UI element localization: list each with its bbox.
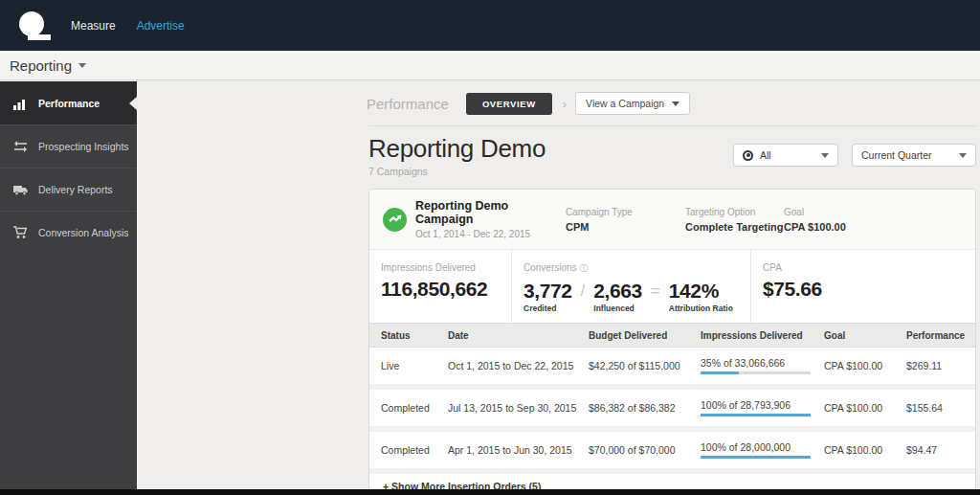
- equals-sign: =: [651, 281, 660, 301]
- meta-value: Complete Targeting: [685, 221, 784, 233]
- filter-controls: All Current Quarter: [733, 144, 976, 177]
- influenced-value: 2,663: [593, 280, 642, 303]
- breadcrumb-section-label: Performance: [367, 96, 449, 112]
- info-icon[interactable]: ⓘ: [580, 263, 589, 273]
- goal-meta: Goal CPA $100.00: [784, 207, 975, 233]
- bar-chart-icon: [13, 97, 28, 110]
- meta-label: Campaign Type: [566, 207, 685, 217]
- top-navigation-bar: Measure Advertise: [0, 0, 980, 51]
- scope-filter-dropdown[interactable]: All: [733, 144, 838, 167]
- table-row[interactable]: Live Oct 1, 2015 to Dec 22, 2015 $42,250…: [369, 348, 975, 384]
- table-row[interactable]: Completed Jul 13, 2015 to Sep 30, 2015 $…: [369, 390, 975, 426]
- truck-icon: [13, 183, 28, 196]
- cpa-stat: CPA $75.66: [751, 250, 975, 323]
- divider-slash: /: [581, 281, 586, 301]
- performance-cell: $155.64: [906, 402, 975, 414]
- stat-label: Conversionsⓘ: [523, 262, 750, 275]
- table-row[interactable]: Completed Apr 1, 2015 to Jun 30, 2015 $7…: [369, 432, 975, 468]
- meta-value: CPA $100.00: [784, 221, 975, 233]
- overview-button[interactable]: OVERVIEW: [466, 93, 552, 115]
- date-range-dropdown[interactable]: Current Quarter: [852, 144, 976, 167]
- column-header: Performance: [906, 330, 975, 341]
- credited-value: 3,772: [523, 280, 572, 303]
- logo-tail: [28, 34, 51, 40]
- status-cell: Completed: [381, 402, 448, 414]
- sidebar-item-prospecting-insights[interactable]: Prospecting Insights: [0, 124, 137, 168]
- conversions-stat: Conversionsⓘ 3,772 Credited / 2,663 Infl…: [511, 250, 751, 323]
- app-window: Measure Advertise Reporting Performance …: [0, 0, 980, 495]
- date-range-value: Current Quarter: [861, 149, 959, 161]
- column-header: Status: [381, 330, 448, 341]
- impressions-cell: 100% of 28,793,906: [701, 399, 824, 416]
- logo-bubble: [19, 11, 44, 36]
- influenced-label: Influenced: [593, 304, 642, 313]
- performance-cell: $94.47: [906, 444, 975, 456]
- nav-measure[interactable]: Measure: [71, 19, 116, 33]
- campaign-card: Reporting Demo Campaign Oct 1, 2014 - De…: [368, 189, 976, 495]
- target-icon: [743, 150, 753, 161]
- shopping-cart-icon: [13, 226, 28, 239]
- sidebar-item-label: Conversion Analysis: [38, 227, 129, 238]
- sidebar-item-label: Delivery Reports: [38, 184, 113, 195]
- breadcrumb-separator-icon: ›: [563, 97, 567, 111]
- caret-down-icon: [672, 101, 679, 106]
- reporting-dropdown[interactable]: Reporting: [10, 57, 72, 74]
- caret-down-icon: [959, 153, 967, 158]
- date-cell: Apr 1, 2015 to Jun 30, 2015: [448, 444, 589, 456]
- campaign-card-header: Reporting Demo Campaign Oct 1, 2014 - De…: [369, 190, 975, 250]
- campaign-date-range: Oct 1, 2014 - Dec 22, 2015: [415, 229, 566, 239]
- caret-down-icon: [78, 63, 86, 68]
- content-area: Performance OVERVIEW › View a Campaign R…: [137, 81, 980, 495]
- campaign-type-meta: Campaign Type CPM: [566, 207, 685, 233]
- sidebar-item-delivery-reports[interactable]: Delivery Reports: [0, 168, 137, 211]
- page-subtitle: 7 Campaigns: [368, 166, 546, 177]
- meta-label: Goal: [784, 207, 975, 217]
- meta-value: CPM: [566, 221, 685, 233]
- window-bottom-edge: [0, 489, 980, 495]
- scope-filter-value: All: [760, 149, 821, 161]
- date-cell: Oct 1, 2015 to Dec 22, 2015: [448, 360, 589, 371]
- view-campaign-dropdown[interactable]: View a Campaign: [575, 92, 690, 115]
- goal-cell: CPA $100.00: [824, 402, 906, 414]
- product-nav: Measure Advertise: [71, 19, 185, 33]
- breadcrumb: Performance OVERVIEW › View a Campaign: [368, 92, 976, 115]
- progress-text: 100% of 28,000,000: [701, 441, 791, 453]
- progress-bar: [701, 371, 811, 374]
- impressions-stat: Impressions Delivered 116,850,662: [369, 250, 511, 323]
- summary-stats-row: Impressions Delivered 116,850,662 Conver…: [369, 250, 975, 323]
- view-campaign-label: View a Campaign: [586, 98, 664, 109]
- column-header: Date: [448, 330, 589, 341]
- budget-cell: $42,250 of $115,000: [589, 360, 701, 371]
- goal-cell: CPA $100.00: [824, 360, 906, 371]
- impressions-cell: 35% of 33,066,666: [701, 357, 824, 374]
- nav-advertise[interactable]: Advertise: [137, 19, 185, 33]
- progress-bar: [701, 414, 811, 416]
- quantcast-logo[interactable]: [19, 11, 54, 40]
- cpa-value: $75.66: [763, 278, 975, 301]
- meta-label: Targeting Option: [685, 207, 784, 217]
- status-cell: Completed: [381, 444, 448, 456]
- budget-cell: $86,382 of $86,382: [589, 402, 701, 414]
- table-header-row: Status Date Budget Delivered Impressions…: [369, 323, 975, 348]
- sidebar-item-label: Prospecting Insights: [38, 141, 129, 152]
- progress-bar: [701, 456, 811, 459]
- sidebar-item-performance[interactable]: Performance: [0, 81, 137, 124]
- sidebar: Performance Prospecting Insights Deliver…: [0, 81, 137, 489]
- progress-text: 100% of 28,793,906: [701, 399, 791, 411]
- caret-down-icon: [821, 153, 829, 158]
- exchange-arrows-icon: [13, 140, 28, 153]
- attribution-ratio-label: Attribution Ratio: [669, 304, 733, 313]
- stat-label: CPA: [763, 262, 975, 273]
- column-header: Goal: [824, 330, 906, 341]
- sidebar-item-conversion-analysis[interactable]: Conversion Analysis: [0, 211, 137, 254]
- impressions-cell: 100% of 28,000,000: [701, 441, 824, 459]
- column-header: Impressions Delivered: [701, 330, 824, 341]
- conversions-label: Conversions: [523, 262, 577, 273]
- breadcrumb-divider: [368, 125, 976, 126]
- section-switcher-bar: Reporting: [0, 51, 980, 80]
- targeting-option-meta: Targeting Option Complete Targeting: [685, 207, 784, 233]
- stat-label: Impressions Delivered: [381, 262, 511, 273]
- goal-cell: CPA $100.00: [824, 444, 906, 456]
- campaign-name: Reporting Demo Campaign: [415, 199, 566, 226]
- sidebar-item-label: Performance: [38, 98, 100, 109]
